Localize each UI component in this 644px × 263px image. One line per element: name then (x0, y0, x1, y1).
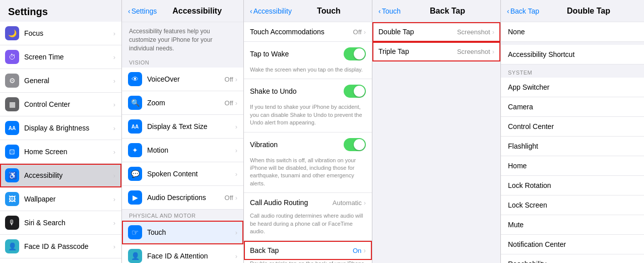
acc-item-touch[interactable]: ☞ Touch › (122, 221, 243, 244)
face-id-icon: 👤 (5, 239, 19, 253)
dt-item-lock-screen[interactable]: Lock Screen (501, 195, 644, 215)
mute-label: Mute (508, 221, 637, 229)
control-center-chevron: › (113, 101, 115, 108)
sidebar-item-focus[interactable]: 🌙 Focus › (0, 22, 121, 45)
acc-item-audio-descriptions[interactable]: ▶ Audio Descriptions Off › (122, 186, 243, 210)
tap-to-wake-toggle-knob (354, 48, 365, 59)
acc-item-zoom[interactable]: 🔍 Zoom Off › (122, 91, 243, 115)
sidebar-item-home-screen[interactable]: ⊡ Home Screen › (0, 140, 121, 164)
dt-item-mute[interactable]: Mute (501, 215, 644, 235)
sidebar-item-general[interactable]: ⚙ General › (0, 69, 121, 93)
touch-chevron: › (235, 229, 237, 236)
sidebar-item-display-brightness[interactable]: AA Display & Brightness › (0, 116, 121, 140)
double-tap-value: Screenshot (457, 28, 490, 36)
sidebar-item-control-center[interactable]: ▦ Control Center › (0, 93, 121, 116)
wallpaper-label: Wallpaper (24, 195, 113, 203)
sidebar-item-accessibility[interactable]: ♿ Accessibility › (0, 164, 121, 187)
back-tap-desc: Double or triple tap on the back of your… (244, 260, 372, 263)
vibration-desc: When this switch is off, all vibration o… (244, 157, 372, 193)
siri-search-chevron: › (113, 219, 115, 227)
display-text-size-label: Display & Text Size (147, 122, 235, 130)
tap-to-wake-row[interactable]: Tap to Wake (244, 42, 372, 66)
call-audio-routing-row[interactable]: Call Audio Routing Automatic › (244, 193, 372, 212)
accessibility-back-button[interactable]: ‹ Settings (128, 7, 157, 15)
dt-item-camera[interactable]: Camera (501, 97, 644, 117)
double-tap-title: Double Tap (539, 7, 638, 16)
shake-to-undo-label: Shake to Undo (250, 87, 344, 95)
dt-item-control-center[interactable]: Control Center (501, 117, 644, 137)
audio-descriptions-icon: ▶ (128, 190, 142, 205)
control-center-label: Control Center (508, 122, 637, 130)
tap-to-wake-desc: Wake the screen when you tap on the disp… (244, 66, 372, 79)
vibration-toggle[interactable] (344, 138, 366, 151)
acc-item-face-id-attention[interactable]: 👤 Face ID & Attention › (122, 244, 243, 263)
voiceover-label: VoiceOver (147, 75, 225, 83)
audio-descriptions-chevron: › (235, 194, 237, 202)
touch-accommodations-label: Touch Accommodations (250, 28, 353, 36)
acc-section-physical-and-motor: PHYSICAL AND MOTOR (122, 210, 243, 221)
back-tap-column: ‹ Touch Back Tap Double Tap Screenshot ›… (372, 0, 501, 263)
acc-item-motion[interactable]: ✦ Motion › (122, 139, 243, 162)
tap-to-wake-toggle[interactable] (344, 47, 366, 60)
triple-tap-chevron: › (492, 48, 494, 55)
dt-item-home[interactable]: Home (501, 156, 644, 176)
general-label: General (24, 77, 113, 85)
control-center-label: Control Center (24, 100, 113, 108)
back-tap-title: Back Tap (401, 7, 494, 16)
dt-item-notification-center[interactable]: Notification Center (501, 235, 644, 254)
chevron-left-icon: ‹ (378, 7, 381, 15)
double-tap-back-button[interactable]: ‹ Back Tap (507, 7, 539, 15)
sidebar-item-screen-time[interactable]: ⏱ Screen Time › (0, 45, 121, 69)
accessibility-label: Accessibility (24, 171, 113, 179)
touch-back-button[interactable]: ‹ Accessibility (250, 7, 292, 15)
acc-item-display-text-size[interactable]: AA Display & Text Size › (122, 115, 243, 139)
dt-item-lock-rotation[interactable]: Lock Rotation (501, 176, 644, 195)
double-tap-chevron: › (492, 28, 494, 36)
control-center-icon: ▦ (5, 97, 19, 111)
back-tap-option-triple-tap[interactable]: Triple Tap Screenshot › (372, 42, 500, 61)
screen-time-icon: ⏱ (5, 50, 19, 64)
zoom-label: Zoom (147, 99, 225, 107)
screen-time-label: Screen Time (24, 53, 113, 61)
focus-label: Focus (24, 29, 113, 37)
shake-to-undo-desc: If you tend to shake your iPhone by acci… (244, 103, 372, 132)
dt-item-flashlight[interactable]: Flashlight (501, 137, 644, 156)
dt-item-reachability[interactable]: Reachability (501, 254, 644, 263)
face-id-attention-chevron: › (235, 252, 237, 260)
sidebar-item-siri-search[interactable]: 🎙 Siri & Search › (0, 211, 121, 235)
dt-section-system: SYSTEM (501, 64, 644, 78)
sidebar-item-emergency-sos[interactable]: SOS Emergency SOS › (0, 258, 121, 263)
settings-title: Settings (0, 0, 121, 22)
spoken-content-icon: 💬 (128, 167, 142, 181)
touch-item-back-tap[interactable]: Back Tap On › (244, 241, 372, 260)
chevron-left-icon: ‹ (250, 7, 252, 15)
sidebar-item-wallpaper[interactable]: 🖼 Wallpaper › (0, 187, 121, 211)
audio-descriptions-value: Off (225, 194, 233, 202)
vibration-row[interactable]: Vibration (244, 133, 372, 157)
dt-item-accessibility-shortcut[interactable]: Accessibility Shortcut (501, 45, 644, 64)
display-text-size-icon: AA (128, 119, 142, 134)
touch-accommodations-row[interactable]: Touch Accommodations Off › (244, 22, 372, 41)
sidebar-item-face-id[interactable]: 👤 Face ID & Passcode › (0, 235, 121, 258)
triple-tap-value: Screenshot (457, 48, 490, 55)
screen-time-chevron: › (113, 53, 115, 61)
face-id-attention-icon: 👤 (128, 249, 142, 263)
chevron-left-icon: ‹ (128, 7, 131, 15)
acc-item-voiceover[interactable]: 👁 VoiceOver Off › (122, 68, 243, 91)
back-tap-back-button[interactable]: ‹ Touch (378, 7, 401, 15)
triple-tap-label: Triple Tap (378, 47, 457, 55)
home-screen-chevron: › (113, 148, 115, 156)
dt-item-none[interactable]: None (501, 22, 644, 42)
shake-to-undo-row[interactable]: Shake to Undo (244, 79, 372, 103)
shake-to-undo-toggle[interactable] (344, 85, 366, 98)
accessibility-shortcut-label: Accessibility Shortcut (508, 50, 637, 58)
acc-item-spoken-content[interactable]: 💬 Spoken Content › (122, 162, 243, 186)
dt-item-app-switcher[interactable]: App Switcher (501, 78, 644, 97)
focus-chevron: › (113, 30, 115, 37)
touch-title: Touch (292, 7, 366, 16)
chevron-left-icon: ‹ (507, 7, 509, 15)
accessibility-title: Accessibility (157, 7, 237, 16)
siri-search-icon: 🎙 (5, 216, 19, 230)
display-text-size-chevron: › (235, 123, 237, 130)
back-tap-option-double-tap[interactable]: Double Tap Screenshot › (372, 22, 500, 42)
